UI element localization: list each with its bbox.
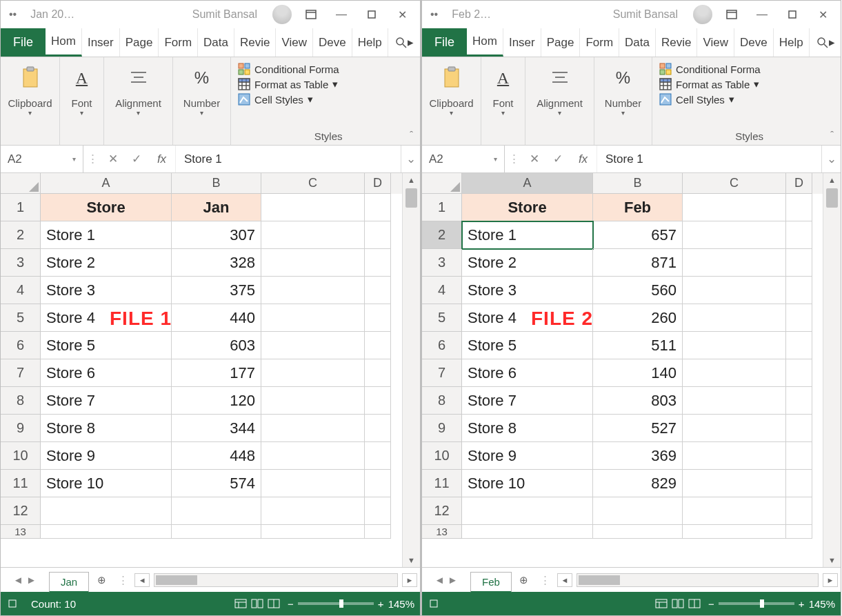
group-clipboard[interactable]: Clipboard ▾ — [422, 57, 481, 145]
tab-insert[interactable]: Inser — [503, 28, 541, 57]
group-font[interactable]: A Font ▾ — [481, 57, 525, 145]
column-header-a[interactable]: A — [41, 173, 172, 194]
tab-data[interactable]: Data — [198, 28, 234, 57]
scroll-right-icon[interactable]: ► — [402, 573, 417, 587]
zoom-slider[interactable] — [298, 602, 374, 605]
collapse-ribbon-icon[interactable]: ˆ — [830, 130, 834, 141]
cell-styles-button[interactable]: Cell Styles ▾ — [659, 92, 836, 107]
tab-home[interactable]: Hom — [467, 28, 503, 57]
horizontal-scrollbar[interactable]: ◄ ► — [554, 573, 841, 587]
ribbon-display-icon[interactable] — [716, 1, 747, 28]
sheet-nav-icons[interactable]: ◄ ► — [422, 574, 470, 586]
normal-view-icon[interactable] — [653, 596, 670, 611]
record-macro-icon[interactable] — [422, 599, 445, 608]
grid[interactable]: A B C D 1StoreFeb 2Store 1657 3Store 287… — [422, 173, 823, 567]
tab-data[interactable]: Data — [619, 28, 656, 57]
user-avatar-icon[interactable] — [272, 5, 292, 24]
tab-insert[interactable]: Inser — [82, 28, 120, 57]
active-cell[interactable]: Store 1 — [462, 221, 593, 249]
column-header-c[interactable]: C — [261, 173, 365, 194]
accept-formula-icon[interactable]: ✓ — [546, 146, 570, 172]
format-as-table-button[interactable]: Format as Table ▾ — [659, 77, 836, 92]
accept-formula-icon[interactable]: ✓ — [125, 146, 148, 172]
page-layout-view-icon[interactable] — [249, 596, 265, 611]
format-as-table-button[interactable]: Format as Table ▾ — [238, 77, 416, 92]
tab-help[interactable]: Help — [774, 28, 810, 57]
quick-access-more-icon[interactable]: •• — [3, 8, 22, 21]
row-header[interactable]: 1 — [1, 194, 41, 221]
cancel-formula-icon[interactable]: ✕ — [523, 146, 546, 172]
zoom-level-label[interactable]: 145% — [388, 598, 414, 610]
column-header-b[interactable]: B — [593, 173, 683, 194]
cell-styles-button[interactable]: Cell Styles ▾ — [238, 92, 416, 107]
vertical-scrollbar[interactable]: ▲ ▼ — [823, 173, 841, 567]
zoom-level-label[interactable]: 145% — [809, 598, 835, 610]
group-alignment[interactable]: Alignment ▾ — [104, 57, 173, 145]
formula-input[interactable]: Store 1 — [176, 146, 401, 172]
zoom-out-icon[interactable]: − — [708, 598, 714, 610]
vertical-scrollbar[interactable]: ▲ ▼ — [402, 173, 420, 567]
new-sheet-button[interactable]: ⊕ — [512, 574, 537, 586]
scroll-down-icon[interactable]: ▼ — [823, 553, 841, 567]
cell[interactable]: Jan — [172, 194, 261, 221]
scroll-up-icon[interactable]: ▲ — [403, 173, 420, 187]
minimize-button[interactable]: — — [326, 1, 357, 28]
scroll-thumb[interactable] — [405, 188, 417, 208]
scroll-right-icon[interactable]: ► — [823, 573, 838, 587]
scroll-up-icon[interactable]: ▲ — [823, 173, 841, 187]
tab-developer[interactable]: Deve — [313, 28, 352, 57]
close-button[interactable]: ✕ — [387, 1, 417, 28]
scroll-down-icon[interactable]: ▼ — [403, 553, 420, 567]
expand-formula-bar-icon[interactable]: ⌄ — [821, 146, 841, 172]
sheet-tab-active[interactable]: Feb — [470, 572, 512, 593]
group-clipboard[interactable]: Clipboard ▾ — [1, 57, 60, 145]
select-all-triangle[interactable] — [1, 173, 41, 194]
tell-me-search-icon[interactable]: ▸ — [388, 28, 421, 57]
fx-icon[interactable]: fx — [148, 146, 176, 172]
tab-help[interactable]: Help — [352, 28, 388, 57]
scroll-thumb[interactable] — [156, 575, 197, 585]
fx-icon[interactable]: fx — [570, 146, 597, 172]
tab-review[interactable]: Revie — [234, 28, 276, 57]
tab-page-layout[interactable]: Page — [120, 28, 159, 57]
maximize-button[interactable] — [777, 1, 808, 28]
group-number[interactable]: % Number ▾ — [173, 57, 231, 145]
zoom-in-icon[interactable]: + — [799, 598, 805, 610]
expand-formula-bar-icon[interactable]: ⌄ — [401, 146, 420, 172]
record-macro-icon[interactable] — [1, 599, 24, 608]
page-break-view-icon[interactable] — [686, 596, 703, 611]
maximize-button[interactable] — [357, 1, 387, 28]
user-avatar-icon[interactable] — [693, 5, 712, 24]
scroll-thumb[interactable] — [579, 575, 620, 585]
normal-view-icon[interactable] — [232, 596, 249, 611]
scroll-left-icon[interactable]: ◄ — [557, 573, 572, 587]
select-all-triangle[interactable] — [422, 173, 462, 194]
column-header-c[interactable]: C — [683, 173, 786, 194]
group-font[interactable]: A Font ▾ — [60, 57, 104, 145]
tab-page-layout[interactable]: Page — [541, 28, 581, 57]
ribbon-display-icon[interactable] — [296, 1, 326, 28]
column-header-a[interactable]: A — [462, 173, 593, 194]
tab-review[interactable]: Revie — [656, 28, 697, 57]
column-header-b[interactable]: B — [172, 173, 261, 194]
page-break-view-icon[interactable] — [265, 596, 282, 611]
tab-formulas[interactable]: Form — [580, 28, 619, 57]
tab-developer[interactable]: Deve — [734, 28, 774, 57]
cancel-formula-icon[interactable]: ✕ — [101, 146, 125, 172]
tab-view[interactable]: View — [276, 28, 313, 57]
page-layout-view-icon[interactable] — [670, 596, 686, 611]
tell-me-search-icon[interactable]: ▸ — [810, 28, 842, 57]
conditional-formatting-button[interactable]: Conditional Forma — [659, 61, 836, 77]
minimize-button[interactable]: — — [747, 1, 777, 28]
close-button[interactable]: ✕ — [808, 1, 838, 28]
grid[interactable]: A B C D 1 Store Jan 2Store 1307 3Store 2… — [1, 173, 402, 567]
sheet-tab-active[interactable]: Jan — [49, 572, 89, 593]
new-sheet-button[interactable]: ⊕ — [89, 574, 114, 586]
tab-file[interactable]: File — [422, 28, 467, 57]
collapse-ribbon-icon[interactable]: ˆ — [410, 130, 413, 141]
group-number[interactable]: % Number ▾ — [594, 57, 652, 145]
zoom-out-icon[interactable]: − — [288, 598, 294, 610]
formula-input[interactable]: Store 1 — [597, 146, 821, 172]
zoom-in-icon[interactable]: + — [378, 598, 384, 610]
scroll-thumb[interactable] — [826, 188, 838, 208]
